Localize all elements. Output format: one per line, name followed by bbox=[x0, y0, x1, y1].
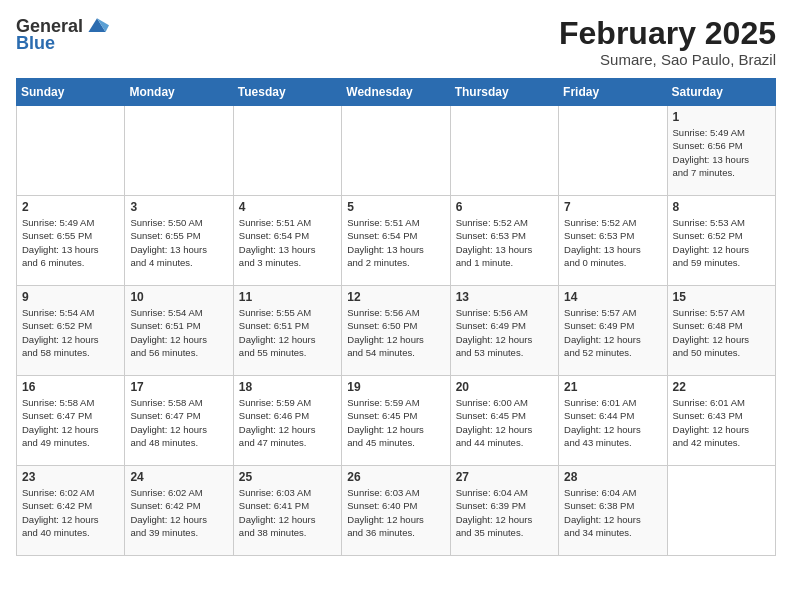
calendar-cell: 18Sunrise: 5:59 AM Sunset: 6:46 PM Dayli… bbox=[233, 376, 341, 466]
day-info: Sunrise: 5:51 AM Sunset: 6:54 PM Dayligh… bbox=[239, 216, 336, 269]
week-row-3: 9Sunrise: 5:54 AM Sunset: 6:52 PM Daylig… bbox=[17, 286, 776, 376]
title-block: February 2025 Sumare, Sao Paulo, Brazil bbox=[559, 16, 776, 68]
day-info: Sunrise: 5:54 AM Sunset: 6:52 PM Dayligh… bbox=[22, 306, 119, 359]
day-number: 28 bbox=[564, 470, 661, 484]
day-info: Sunrise: 6:04 AM Sunset: 6:39 PM Dayligh… bbox=[456, 486, 553, 539]
day-number: 25 bbox=[239, 470, 336, 484]
calendar-cell: 22Sunrise: 6:01 AM Sunset: 6:43 PM Dayli… bbox=[667, 376, 775, 466]
day-info: Sunrise: 6:01 AM Sunset: 6:44 PM Dayligh… bbox=[564, 396, 661, 449]
day-info: Sunrise: 6:02 AM Sunset: 6:42 PM Dayligh… bbox=[130, 486, 227, 539]
day-number: 24 bbox=[130, 470, 227, 484]
logo-blue: Blue bbox=[16, 34, 109, 52]
day-number: 17 bbox=[130, 380, 227, 394]
calendar-cell: 12Sunrise: 5:56 AM Sunset: 6:50 PM Dayli… bbox=[342, 286, 450, 376]
day-number: 15 bbox=[673, 290, 770, 304]
day-info: Sunrise: 5:57 AM Sunset: 6:49 PM Dayligh… bbox=[564, 306, 661, 359]
week-row-4: 16Sunrise: 5:58 AM Sunset: 6:47 PM Dayli… bbox=[17, 376, 776, 466]
day-info: Sunrise: 6:03 AM Sunset: 6:40 PM Dayligh… bbox=[347, 486, 444, 539]
calendar-cell: 16Sunrise: 5:58 AM Sunset: 6:47 PM Dayli… bbox=[17, 376, 125, 466]
calendar-cell: 27Sunrise: 6:04 AM Sunset: 6:39 PM Dayli… bbox=[450, 466, 558, 556]
day-info: Sunrise: 6:02 AM Sunset: 6:42 PM Dayligh… bbox=[22, 486, 119, 539]
day-info: Sunrise: 5:54 AM Sunset: 6:51 PM Dayligh… bbox=[130, 306, 227, 359]
day-info: Sunrise: 5:59 AM Sunset: 6:46 PM Dayligh… bbox=[239, 396, 336, 449]
col-header-monday: Monday bbox=[125, 79, 233, 106]
day-info: Sunrise: 5:53 AM Sunset: 6:52 PM Dayligh… bbox=[673, 216, 770, 269]
day-number: 13 bbox=[456, 290, 553, 304]
calendar-cell: 15Sunrise: 5:57 AM Sunset: 6:48 PM Dayli… bbox=[667, 286, 775, 376]
calendar-cell bbox=[342, 106, 450, 196]
day-info: Sunrise: 5:49 AM Sunset: 6:56 PM Dayligh… bbox=[673, 126, 770, 179]
week-row-2: 2Sunrise: 5:49 AM Sunset: 6:55 PM Daylig… bbox=[17, 196, 776, 286]
col-header-wednesday: Wednesday bbox=[342, 79, 450, 106]
day-number: 27 bbox=[456, 470, 553, 484]
day-number: 21 bbox=[564, 380, 661, 394]
calendar-cell bbox=[125, 106, 233, 196]
day-number: 23 bbox=[22, 470, 119, 484]
day-number: 22 bbox=[673, 380, 770, 394]
week-row-1: 1Sunrise: 5:49 AM Sunset: 6:56 PM Daylig… bbox=[17, 106, 776, 196]
col-header-friday: Friday bbox=[559, 79, 667, 106]
day-info: Sunrise: 5:50 AM Sunset: 6:55 PM Dayligh… bbox=[130, 216, 227, 269]
calendar-cell: 23Sunrise: 6:02 AM Sunset: 6:42 PM Dayli… bbox=[17, 466, 125, 556]
page-header: General Blue February 2025 Sumare, Sao P… bbox=[16, 16, 776, 68]
calendar-cell: 20Sunrise: 6:00 AM Sunset: 6:45 PM Dayli… bbox=[450, 376, 558, 466]
day-number: 10 bbox=[130, 290, 227, 304]
calendar-cell: 4Sunrise: 5:51 AM Sunset: 6:54 PM Daylig… bbox=[233, 196, 341, 286]
day-number: 3 bbox=[130, 200, 227, 214]
calendar-cell bbox=[233, 106, 341, 196]
day-info: Sunrise: 5:57 AM Sunset: 6:48 PM Dayligh… bbox=[673, 306, 770, 359]
day-number: 4 bbox=[239, 200, 336, 214]
week-row-5: 23Sunrise: 6:02 AM Sunset: 6:42 PM Dayli… bbox=[17, 466, 776, 556]
calendar-subtitle: Sumare, Sao Paulo, Brazil bbox=[559, 51, 776, 68]
day-number: 12 bbox=[347, 290, 444, 304]
day-info: Sunrise: 5:56 AM Sunset: 6:49 PM Dayligh… bbox=[456, 306, 553, 359]
calendar-cell: 11Sunrise: 5:55 AM Sunset: 6:51 PM Dayli… bbox=[233, 286, 341, 376]
day-info: Sunrise: 5:59 AM Sunset: 6:45 PM Dayligh… bbox=[347, 396, 444, 449]
day-number: 5 bbox=[347, 200, 444, 214]
day-number: 2 bbox=[22, 200, 119, 214]
calendar-cell: 1Sunrise: 5:49 AM Sunset: 6:56 PM Daylig… bbox=[667, 106, 775, 196]
col-header-saturday: Saturday bbox=[667, 79, 775, 106]
calendar-cell: 10Sunrise: 5:54 AM Sunset: 6:51 PM Dayli… bbox=[125, 286, 233, 376]
day-number: 18 bbox=[239, 380, 336, 394]
day-number: 11 bbox=[239, 290, 336, 304]
day-number: 6 bbox=[456, 200, 553, 214]
day-info: Sunrise: 5:55 AM Sunset: 6:51 PM Dayligh… bbox=[239, 306, 336, 359]
day-number: 16 bbox=[22, 380, 119, 394]
calendar-cell bbox=[667, 466, 775, 556]
day-number: 7 bbox=[564, 200, 661, 214]
calendar-cell: 5Sunrise: 5:51 AM Sunset: 6:54 PM Daylig… bbox=[342, 196, 450, 286]
calendar-cell: 26Sunrise: 6:03 AM Sunset: 6:40 PM Dayli… bbox=[342, 466, 450, 556]
calendar-cell: 3Sunrise: 5:50 AM Sunset: 6:55 PM Daylig… bbox=[125, 196, 233, 286]
day-number: 20 bbox=[456, 380, 553, 394]
calendar-cell: 9Sunrise: 5:54 AM Sunset: 6:52 PM Daylig… bbox=[17, 286, 125, 376]
calendar-cell: 25Sunrise: 6:03 AM Sunset: 6:41 PM Dayli… bbox=[233, 466, 341, 556]
day-number: 9 bbox=[22, 290, 119, 304]
day-info: Sunrise: 5:56 AM Sunset: 6:50 PM Dayligh… bbox=[347, 306, 444, 359]
calendar-cell: 8Sunrise: 5:53 AM Sunset: 6:52 PM Daylig… bbox=[667, 196, 775, 286]
calendar-title: February 2025 bbox=[559, 16, 776, 51]
col-header-tuesday: Tuesday bbox=[233, 79, 341, 106]
day-number: 14 bbox=[564, 290, 661, 304]
calendar-cell: 14Sunrise: 5:57 AM Sunset: 6:49 PM Dayli… bbox=[559, 286, 667, 376]
calendar-table: SundayMondayTuesdayWednesdayThursdayFrid… bbox=[16, 78, 776, 556]
day-info: Sunrise: 6:00 AM Sunset: 6:45 PM Dayligh… bbox=[456, 396, 553, 449]
calendar-cell bbox=[450, 106, 558, 196]
calendar-cell: 13Sunrise: 5:56 AM Sunset: 6:49 PM Dayli… bbox=[450, 286, 558, 376]
day-info: Sunrise: 5:52 AM Sunset: 6:53 PM Dayligh… bbox=[456, 216, 553, 269]
logo: General Blue bbox=[16, 16, 109, 52]
day-info: Sunrise: 5:49 AM Sunset: 6:55 PM Dayligh… bbox=[22, 216, 119, 269]
day-number: 1 bbox=[673, 110, 770, 124]
calendar-cell: 17Sunrise: 5:58 AM Sunset: 6:47 PM Dayli… bbox=[125, 376, 233, 466]
calendar-cell bbox=[559, 106, 667, 196]
day-info: Sunrise: 5:58 AM Sunset: 6:47 PM Dayligh… bbox=[130, 396, 227, 449]
logo-icon bbox=[85, 16, 109, 36]
day-info: Sunrise: 5:52 AM Sunset: 6:53 PM Dayligh… bbox=[564, 216, 661, 269]
day-info: Sunrise: 6:01 AM Sunset: 6:43 PM Dayligh… bbox=[673, 396, 770, 449]
calendar-cell: 19Sunrise: 5:59 AM Sunset: 6:45 PM Dayli… bbox=[342, 376, 450, 466]
calendar-cell bbox=[17, 106, 125, 196]
day-info: Sunrise: 6:03 AM Sunset: 6:41 PM Dayligh… bbox=[239, 486, 336, 539]
calendar-cell: 21Sunrise: 6:01 AM Sunset: 6:44 PM Dayli… bbox=[559, 376, 667, 466]
calendar-cell: 28Sunrise: 6:04 AM Sunset: 6:38 PM Dayli… bbox=[559, 466, 667, 556]
col-header-sunday: Sunday bbox=[17, 79, 125, 106]
